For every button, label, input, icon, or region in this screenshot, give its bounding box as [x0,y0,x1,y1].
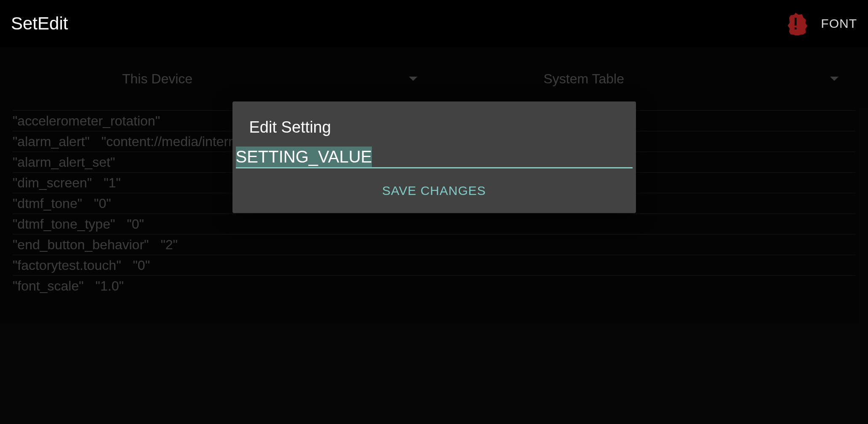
content-area: This Device System Table "accelerometer_… [0,47,868,424]
alert-badge-icon[interactable] [784,12,807,35]
app-bar: SetEdit FONT [0,0,868,47]
modal-overlay[interactable]: Edit Setting SETTING_VALUE SAVE CHANGES [0,47,868,424]
dialog-title: Edit Setting [232,118,636,147]
setting-value-text: SETTING_VALUE [236,147,372,167]
svg-rect-1 [795,27,797,29]
setting-value-input[interactable]: SETTING_VALUE [236,147,633,168]
save-changes-button[interactable]: SAVE CHANGES [382,184,486,198]
edit-setting-dialog: Edit Setting SETTING_VALUE SAVE CHANGES [232,101,636,213]
app-title: SetEdit [11,13,784,34]
dialog-actions: SAVE CHANGES [232,168,636,213]
font-button[interactable]: FONT [821,16,857,31]
svg-rect-0 [795,18,797,26]
